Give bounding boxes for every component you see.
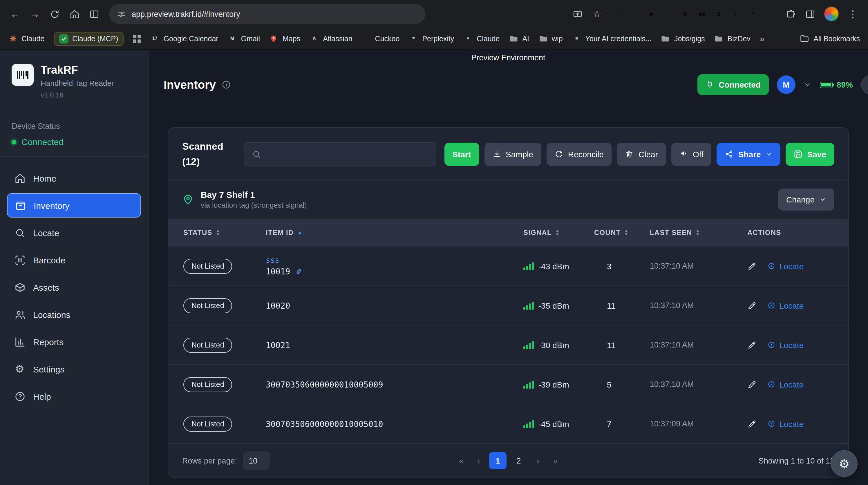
search-box[interactable]: [244, 142, 436, 166]
locate-action[interactable]: Locate: [767, 301, 804, 310]
first-page-button[interactable]: «: [454, 456, 468, 465]
page-button-1[interactable]: 1: [489, 452, 506, 469]
share-button[interactable]: Share: [717, 142, 781, 166]
sound-off-button[interactable]: Off: [671, 142, 712, 166]
extension-icon[interactable]: i: [612, 8, 624, 20]
search-input[interactable]: [267, 150, 428, 159]
sidebar-item-locations[interactable]: Locations: [7, 302, 141, 327]
extension-icon[interactable]: •: [730, 8, 742, 20]
bookmark-item[interactable]: Cuckoo: [362, 34, 400, 43]
perplexity-favicon: *: [409, 34, 418, 43]
change-location-button[interactable]: Change: [778, 189, 834, 211]
bookmark-item[interactable]: Claude (MCP): [54, 32, 123, 45]
url-bar[interactable]: app.preview.trakrf.id/#inventory: [109, 4, 425, 24]
apps-grid-icon[interactable]: [133, 34, 141, 43]
edit-icon[interactable]: [747, 340, 756, 350]
crosshair-icon: [767, 380, 776, 389]
sidebar-item-home[interactable]: Home: [7, 166, 141, 190]
bookmark-folder[interactable]: wip: [538, 34, 563, 43]
bookmark-item[interactable]: Maps: [269, 34, 300, 43]
bookmark-item[interactable]: Claude: [8, 34, 44, 43]
edit-icon[interactable]: [747, 301, 756, 310]
sidebar-item-help[interactable]: Help: [7, 384, 141, 409]
locate-action[interactable]: Locate: [767, 340, 804, 350]
column-header-status[interactable]: STATUS ▲▼: [183, 229, 266, 237]
page-button-2[interactable]: 2: [510, 452, 527, 469]
extension-icon[interactable]: S: [713, 8, 725, 20]
bookmark-folder[interactable]: AI: [509, 34, 529, 43]
cast-icon[interactable]: [568, 5, 587, 23]
edge-widget[interactable]: [861, 75, 868, 95]
bookmark-item[interactable]: M Gmail: [228, 34, 260, 43]
column-header-item-id[interactable]: ITEM ID ▲: [266, 229, 523, 237]
edit-icon[interactable]: [747, 419, 756, 428]
info-icon[interactable]: [222, 80, 231, 89]
locate-action[interactable]: Locate: [767, 380, 804, 389]
extension-icon[interactable]: m: [646, 8, 657, 20]
bookmark-folder[interactable]: Jobs/gigs: [661, 34, 705, 43]
bookmark-item[interactable]: A Atlassian: [310, 34, 352, 43]
bookmark-star-icon[interactable]: ☆: [588, 5, 606, 23]
reload-icon[interactable]: [45, 5, 64, 23]
bookmark-item[interactable]: ≡ Your AI credentials...: [572, 34, 652, 43]
edit-icon[interactable]: [747, 380, 756, 389]
locate-action[interactable]: Locate: [767, 261, 804, 271]
extension-icon[interactable]: [662, 8, 674, 20]
column-header-last-seen[interactable]: LAST SEEN ▲▼: [650, 229, 747, 237]
extension-icon[interactable]: D: [679, 8, 691, 20]
barcode-icon: [14, 254, 26, 265]
home-icon[interactable]: [65, 5, 84, 23]
extensions-puzzle-icon[interactable]: [781, 5, 800, 23]
extension-icon[interactable]: [764, 8, 775, 20]
app-brand: TrakRF Handheld Tag Reader v1.0.18: [0, 50, 148, 111]
chevron-down-icon: [766, 151, 773, 158]
sidebar-item-assets[interactable]: Assets: [7, 275, 141, 299]
next-page-button[interactable]: ›: [531, 456, 545, 465]
link-icon[interactable]: [295, 267, 303, 276]
bookmark-item[interactable]: * Perplexity: [409, 34, 454, 43]
locate-action-label: Locate: [779, 380, 804, 389]
site-info-icon[interactable]: [117, 9, 126, 18]
sidebar-item-settings[interactable]: ⚙ Settings: [7, 357, 141, 381]
bookmarks-overflow-icon[interactable]: »: [760, 34, 765, 43]
browser-profile-avatar[interactable]: [824, 6, 839, 22]
rows-per-page-select[interactable]: 10: [243, 451, 270, 470]
last-page-button[interactable]: »: [548, 456, 562, 465]
sidebar-item-barcode[interactable]: Barcode: [7, 248, 141, 272]
browser-menu-icon[interactable]: ⋮: [844, 5, 862, 23]
settings-fab[interactable]: ⚙: [831, 450, 858, 477]
sample-button[interactable]: Sample: [484, 142, 541, 166]
user-avatar[interactable]: M: [777, 75, 796, 94]
extension-icon[interactable]: [629, 8, 641, 20]
sidebar-nav: Home Inventory Locate Barcode Assets: [0, 157, 148, 418]
edit-icon[interactable]: [747, 261, 756, 271]
all-bookmarks[interactable]: All Bookmarks: [791, 34, 860, 43]
sidebar-item-locate[interactable]: Locate: [7, 221, 141, 245]
extension-icon[interactable]: *: [747, 8, 758, 20]
reading-list-icon[interactable]: [85, 5, 103, 23]
save-button[interactable]: Save: [786, 142, 834, 166]
back-icon[interactable]: ←: [6, 5, 24, 23]
signal-icon: [523, 420, 534, 428]
column-header-signal[interactable]: SIGNAL ▲▼: [523, 229, 594, 237]
sidebar-item-inventory[interactable]: Inventory: [7, 193, 141, 218]
start-button[interactable]: Start: [444, 142, 479, 166]
column-header-count[interactable]: COUNT ▲▼: [594, 229, 650, 237]
extension-icon[interactable]: zm: [696, 8, 708, 20]
forward-icon[interactable]: →: [26, 5, 44, 23]
locate-action[interactable]: Locate: [767, 419, 804, 428]
bookmark-item[interactable]: * Claude: [463, 34, 500, 43]
sidebar-item-reports[interactable]: Reports: [7, 329, 141, 354]
side-panel-icon[interactable]: [801, 5, 819, 23]
clear-button[interactable]: Clear: [617, 142, 666, 166]
item-name-link[interactable]: sss: [266, 256, 523, 264]
folder-icon: [661, 34, 670, 43]
bookmark-folder[interactable]: BizDev: [714, 34, 750, 43]
bookmarks-bar: Claude Claude (MCP) 17 Google Calendar M…: [0, 28, 868, 50]
url-text[interactable]: app.preview.trakrf.id/#inventory: [132, 9, 240, 18]
reconcile-button[interactable]: Reconcile: [547, 142, 612, 166]
chevron-down-icon[interactable]: [804, 80, 812, 89]
connected-button[interactable]: Connected: [697, 74, 769, 95]
prev-page-button[interactable]: ‹: [472, 456, 486, 465]
bookmark-item[interactable]: 17 Google Calendar: [150, 34, 218, 43]
